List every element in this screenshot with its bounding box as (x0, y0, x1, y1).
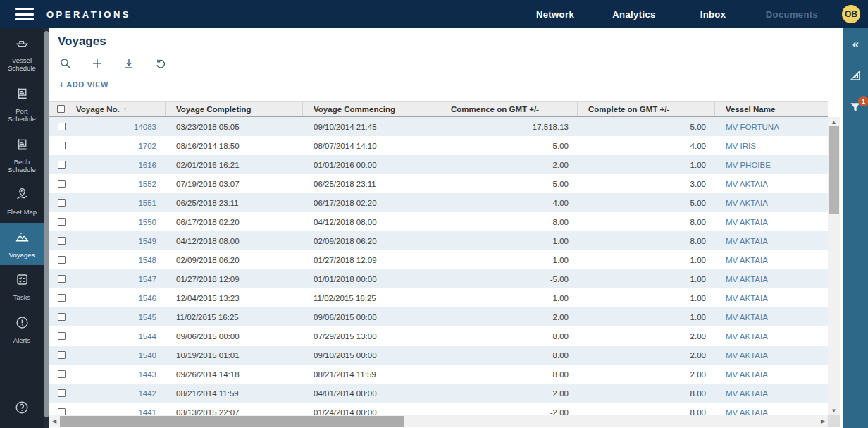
voyage-no-link[interactable]: 1545 (138, 313, 156, 322)
voyage-no-link[interactable]: 1552 (138, 180, 156, 188)
vessel-name-link[interactable]: MV AKTAIA (726, 180, 768, 188)
table-row[interactable]: 170208/16/2014 18:5008/07/2014 14:10-5.0… (49, 136, 828, 155)
table-row[interactable]: 155207/19/2018 03:0706/25/2018 23:11-5.0… (49, 174, 828, 193)
row-checkbox[interactable] (58, 256, 66, 264)
table-row[interactable]: 154904/12/2018 08:0002/09/2018 06:201.00… (49, 231, 828, 250)
table-row[interactable]: 144208/21/2014 11:5904/01/2014 00:002.00… (49, 384, 828, 403)
row-checkbox[interactable] (58, 294, 66, 302)
collapse-panel-button[interactable]: « (846, 35, 864, 54)
voyage-no-link[interactable]: 1549 (138, 237, 156, 245)
column-header-complete-gmt[interactable]: Complete on GMT +/- (578, 102, 715, 116)
nav-inbox[interactable]: Inbox (674, 9, 752, 20)
voyage-no-link[interactable]: 1702 (138, 142, 156, 150)
row-checkbox[interactable] (58, 408, 66, 415)
filter-button[interactable]: 1 (846, 100, 864, 118)
table-row[interactable]: 154010/19/2015 01:0109/10/2015 00:008.00… (49, 346, 828, 365)
sidebar-item-alerts[interactable]: Alerts (0, 308, 44, 350)
vessel-name-link[interactable]: MV AKTAIA (726, 199, 768, 207)
reset-button[interactable] (154, 57, 167, 70)
voyage-no-link[interactable]: 1550 (138, 218, 156, 226)
row-checkbox[interactable] (58, 123, 66, 130)
voyage-no-link[interactable]: 1442 (138, 389, 156, 398)
vessel-name-link[interactable]: MV PHOIBE (726, 161, 771, 169)
scroll-down-arrow[interactable]: ▼ (828, 405, 840, 415)
vertical-scrollbar[interactable]: ▲ ▼ (828, 117, 840, 415)
sidebar-scrollbar[interactable] (44, 28, 49, 428)
table-row[interactable]: 155006/17/2018 02:2004/12/2018 08:008.00… (49, 212, 828, 231)
vessel-name-link[interactable]: MV AKTAIA (726, 332, 768, 341)
table-row[interactable]: 154701/27/2018 12:0901/01/2018 00:00-5.0… (49, 269, 828, 288)
sidebar-item-berth-schedule[interactable]: Berth Schedule (0, 130, 44, 181)
row-checkbox[interactable] (58, 237, 66, 245)
column-header-vessel-name[interactable]: Vessel Name (715, 102, 828, 116)
column-header-voyage-completing[interactable]: Voyage Completing (166, 102, 303, 116)
row-checkbox[interactable] (58, 332, 66, 340)
column-header-commence-gmt[interactable]: Commence on GMT +/- (440, 102, 578, 116)
vessel-name-link[interactable]: MV FORTUNA (726, 123, 779, 131)
hamburger-menu-button[interactable] (16, 8, 34, 20)
scroll-right-arrow[interactable]: ▶ (818, 415, 828, 427)
voyage-no-link[interactable]: 1551 (138, 199, 156, 207)
sidebar-item-voyages[interactable]: Voyages (0, 223, 44, 265)
column-header-voyage-no[interactable]: Voyage No.↑ (73, 102, 166, 116)
voyage-no-link[interactable]: 14083 (134, 123, 156, 131)
search-button[interactable] (59, 57, 72, 70)
table-row[interactable]: 144309/26/2014 14:1808/21/2014 11:598.00… (49, 365, 828, 384)
row-checkbox[interactable] (58, 199, 66, 207)
pointer-tool-button[interactable] (846, 68, 864, 86)
help-button[interactable] (0, 400, 44, 418)
vessel-name-link[interactable]: MV AKTAIA (726, 294, 768, 302)
sidebar-item-vessel-schedule[interactable]: Vessel Schedule (0, 28, 44, 79)
scroll-left-arrow[interactable]: ◀ (49, 415, 59, 427)
vessel-name-link[interactable]: MV AKTAIA (726, 256, 768, 264)
voyage-no-link[interactable]: 1443 (138, 370, 156, 379)
sidebar-scrollbar-thumb[interactable] (44, 31, 49, 417)
voyage-no-link[interactable]: 1441 (138, 408, 156, 416)
column-header-voyage-commencing[interactable]: Voyage Commencing (303, 102, 440, 116)
vessel-name-link[interactable]: MV IRIS (726, 142, 756, 150)
table-row[interactable]: 144103/13/2015 22:0701/24/2014 00:00-2.0… (49, 403, 828, 415)
sidebar-item-fleet-map[interactable]: Fleet Map (0, 180, 44, 222)
nav-network[interactable]: Network (516, 9, 595, 20)
sidebar-item-port-schedule[interactable]: Port Schedule (0, 79, 44, 130)
nav-analytics[interactable]: Analytics (595, 9, 674, 20)
table-row[interactable]: 154511/02/2015 16:2509/06/2015 00:002.00… (49, 307, 828, 326)
table-row[interactable]: 161602/01/2016 16:2101/01/2016 00:002.00… (49, 155, 828, 174)
row-checkbox[interactable] (58, 370, 66, 378)
voyage-no-link[interactable]: 1548 (138, 256, 156, 264)
vessel-name-link[interactable]: MV AKTAIA (726, 275, 768, 283)
row-checkbox[interactable] (58, 275, 66, 283)
voyage-no-link[interactable]: 1540 (138, 351, 156, 360)
vessel-name-link[interactable]: MV AKTAIA (726, 389, 768, 398)
voyage-no-link[interactable]: 1547 (138, 275, 156, 283)
vertical-scrollbar-thumb[interactable] (829, 126, 839, 214)
download-button[interactable] (123, 57, 135, 70)
add-button[interactable] (91, 57, 104, 70)
vessel-name-link[interactable]: MV AKTAIA (726, 351, 768, 360)
table-row[interactable]: 154409/06/2015 00:0007/29/2015 13:008.00… (49, 326, 828, 346)
row-checkbox[interactable] (58, 389, 66, 397)
horizontal-scrollbar[interactable]: ◀ ▶ (49, 415, 828, 427)
sidebar-item-tasks[interactable]: Tasks (0, 265, 44, 307)
table-row[interactable]: 154612/04/2015 13:2311/02/2015 16:251.00… (49, 288, 828, 307)
avatar[interactable]: OB (841, 4, 862, 25)
row-checkbox[interactable] (58, 351, 66, 359)
row-checkbox[interactable] (58, 142, 66, 149)
table-row[interactable]: 155106/25/2018 23:1106/17/2018 02:20-4.0… (49, 193, 828, 212)
voyage-no-link[interactable]: 1544 (138, 332, 156, 341)
horizontal-scrollbar-thumb[interactable] (60, 416, 404, 427)
row-checkbox[interactable] (58, 161, 66, 169)
table-row[interactable]: 154802/09/2018 06:2001/27/2018 12:091.00… (49, 250, 828, 269)
add-view-button[interactable]: + ADD VIEW (59, 80, 108, 89)
nav-documents[interactable]: Documents (752, 9, 831, 20)
vessel-name-link[interactable]: MV AKTAIA (726, 408, 768, 416)
row-checkbox[interactable] (58, 313, 66, 321)
vessel-name-link[interactable]: MV AKTAIA (726, 237, 768, 245)
row-checkbox[interactable] (58, 180, 66, 188)
row-checkbox[interactable] (58, 218, 66, 226)
voyage-no-link[interactable]: 1616 (138, 161, 156, 169)
vessel-name-link[interactable]: MV AKTAIA (726, 218, 768, 226)
voyage-no-link[interactable]: 1546 (138, 294, 156, 302)
table-row[interactable]: 1408303/23/2018 05:0509/10/2014 21:45-17… (49, 117, 828, 136)
select-all-checkbox[interactable] (57, 105, 65, 113)
